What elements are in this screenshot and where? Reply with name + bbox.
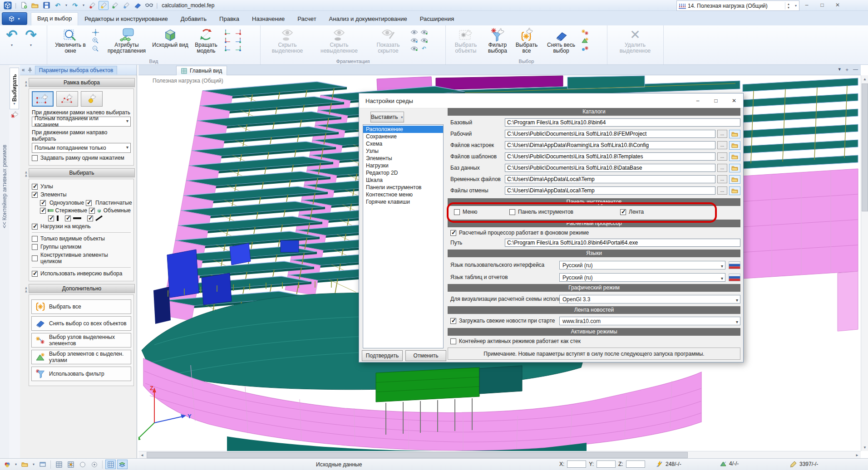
orbit-toggle-button[interactable] bbox=[77, 460, 88, 469]
elements-checkbox[interactable]: Элементы bbox=[32, 191, 131, 198]
redo-button[interactable]: ▾ bbox=[21, 27, 40, 58]
hide-selected-button[interactable]: Скрыть выделенное bbox=[263, 27, 312, 59]
tables-language-select[interactable]: Русский (ru) bbox=[559, 273, 725, 282]
save-button[interactable] bbox=[41, 1, 51, 10]
table-mode-button[interactable] bbox=[105, 460, 116, 469]
frame-right-select[interactable]: Полным попаданием только bbox=[32, 143, 131, 153]
checkbox[interactable] bbox=[620, 209, 626, 215]
main-view-tab[interactable]: Главный вид bbox=[176, 66, 227, 75]
marker-red-icon[interactable] bbox=[87, 1, 97, 10]
redo-dropdown-icon[interactable]: ▾ bbox=[81, 3, 86, 7]
frame-mode-rect-button[interactable] bbox=[32, 91, 54, 107]
filter-selection-button[interactable]: Фильтр выбора bbox=[483, 27, 512, 59]
visible-only-checkbox[interactable]: Только видимые объекты bbox=[32, 235, 131, 242]
catalog-work-input[interactable] bbox=[505, 130, 715, 138]
collapse-section-icon[interactable] bbox=[22, 170, 29, 176]
collapse-panel-icon[interactable] bbox=[22, 67, 25, 73]
solids-checkbox[interactable] bbox=[89, 208, 95, 214]
frame-section-header[interactable]: Рамка выбора bbox=[22, 78, 135, 87]
select-node-icon[interactable] bbox=[581, 45, 589, 52]
single-click-frame-checkbox[interactable]: Задавать рамку одним нажатием bbox=[32, 155, 131, 161]
dialog-close-button[interactable] bbox=[725, 95, 743, 107]
open-folder-button[interactable] bbox=[729, 186, 740, 195]
load-case-selector[interactable]: 14. Полезная нагрузка (Общий) ▲▼ ▾ bbox=[676, 0, 799, 11]
checkbox[interactable] bbox=[32, 155, 38, 161]
panel-nodes-of-selected-button[interactable]: Выбор узлов выделенных элементов bbox=[31, 333, 131, 348]
small-undo-arrow-icon[interactable]: ↶ bbox=[420, 45, 428, 52]
app-logo-icon[interactable] bbox=[3, 1, 13, 10]
catalog-templates-input[interactable] bbox=[505, 152, 715, 161]
eraser-quick-icon[interactable] bbox=[133, 1, 143, 10]
browse-button[interactable]: ... bbox=[717, 164, 727, 172]
view-minus-z-icon[interactable] bbox=[234, 45, 242, 52]
view-minus-y-icon[interactable] bbox=[234, 37, 242, 44]
scroll-right-icon[interactable]: ► bbox=[853, 451, 861, 459]
select-stars-icon[interactable] bbox=[581, 29, 589, 36]
checkbox[interactable] bbox=[509, 209, 515, 215]
open-file-button[interactable] bbox=[30, 1, 40, 10]
collapse-section-icon[interactable] bbox=[22, 80, 29, 85]
catalog-config-input[interactable] bbox=[505, 141, 715, 149]
vertical-scrollbar[interactable]: ▲ ▼ bbox=[861, 75, 868, 451]
horizontal-scrollbar[interactable]: ◄ ► bbox=[138, 451, 861, 459]
open-folder-button[interactable] bbox=[729, 141, 740, 150]
confirm-button[interactable]: Подтвердить bbox=[362, 350, 403, 361]
bar-vertical-checkbox[interactable] bbox=[48, 215, 54, 221]
small-eye-2-icon[interactable] bbox=[420, 29, 428, 36]
hide-unselected-button[interactable]: Скрыть невыделенное bbox=[312, 27, 366, 59]
vertical-scroll-thumb[interactable] bbox=[862, 83, 868, 211]
view-list-icon[interactable]: ▾ bbox=[838, 66, 841, 73]
tab-edit[interactable]: Правка bbox=[213, 13, 246, 25]
menu-checkbox[interactable]: Меню bbox=[454, 209, 477, 215]
panel-elements-of-selected-button[interactable]: Выбор элементов с выделен. узлами bbox=[31, 350, 131, 364]
view-x-icon[interactable] bbox=[224, 29, 232, 36]
browse-button[interactable]: ... bbox=[717, 175, 727, 183]
browse-button[interactable]: ... bbox=[717, 130, 727, 138]
pin-icon[interactable] bbox=[27, 67, 33, 73]
x-coord-field[interactable] bbox=[567, 460, 586, 468]
grid-toggle-button[interactable] bbox=[54, 460, 64, 469]
frame-left-select[interactable]: Полным попаданием или касанием bbox=[32, 117, 131, 127]
nav-item-hotkeys[interactable]: Горячие клавиши bbox=[363, 198, 443, 206]
scroll-left-icon[interactable]: ◄ bbox=[138, 451, 146, 459]
news-url-select[interactable]: www.lira10.com bbox=[559, 317, 740, 325]
open-folder-button[interactable] bbox=[729, 152, 740, 161]
view-attributes-button[interactable]: Атрибуты представления bbox=[101, 27, 152, 59]
marker-yellow-icon[interactable] bbox=[99, 1, 108, 10]
view-y-icon[interactable] bbox=[224, 37, 232, 44]
checkbox[interactable] bbox=[454, 209, 460, 215]
rotate-model-button[interactable]: Вращать модель bbox=[188, 27, 224, 59]
select-section-header[interactable]: Выбирать bbox=[22, 168, 135, 177]
view-minus-x-icon[interactable] bbox=[234, 29, 242, 36]
catalog-database-input[interactable] bbox=[505, 164, 715, 172]
graphics-select[interactable]: OpenGl 3.3 bbox=[559, 295, 740, 304]
bar-horizontal-checkbox[interactable] bbox=[65, 215, 71, 221]
dialog-maximize-button[interactable] bbox=[707, 95, 725, 107]
glasses-icon[interactable] bbox=[144, 1, 154, 10]
solver-background-checkbox[interactable]: Расчетный процессор работает в фоновом р… bbox=[450, 230, 589, 236]
nav-item-scheme[interactable]: Схема bbox=[363, 140, 443, 147]
load-case-dropdown-icon[interactable]: ▾ bbox=[794, 4, 798, 8]
zoom-window-button[interactable]: Увеличить в окне bbox=[49, 27, 91, 59]
close-button[interactable] bbox=[830, 0, 845, 10]
cancel-button[interactable]: Отменить bbox=[405, 350, 446, 361]
dialog-minimize-button[interactable] bbox=[689, 95, 707, 107]
new-window-button[interactable] bbox=[37, 460, 48, 469]
scroll-down-icon[interactable]: ▼ bbox=[861, 444, 868, 451]
checkbox[interactable] bbox=[450, 338, 456, 344]
close-view-icon[interactable]: — bbox=[853, 66, 858, 73]
select-triangle-icon[interactable] bbox=[581, 37, 589, 44]
tab-editors[interactable]: Редакторы и конструирование bbox=[78, 13, 174, 25]
zoom-out-icon[interactable] bbox=[91, 45, 99, 52]
select-mode-icon[interactable] bbox=[10, 111, 18, 118]
snap-toggle-button[interactable] bbox=[65, 460, 76, 469]
open-folder-button[interactable] bbox=[729, 130, 740, 138]
undo-dropdown-icon[interactable]: ▾ bbox=[64, 3, 69, 7]
delete-selected-button[interactable]: ✕ Удалить выделенное bbox=[610, 27, 661, 59]
horizontal-scroll-thumb[interactable] bbox=[147, 452, 688, 458]
marker-blue-icon[interactable] bbox=[121, 1, 131, 10]
nav-item-context-menu[interactable]: Контекстное меню bbox=[363, 191, 443, 198]
catalog-temp-input[interactable] bbox=[505, 175, 715, 183]
tab-analysis[interactable]: Анализ и документирование bbox=[323, 13, 414, 25]
display-settings-caret-icon[interactable]: ▾ bbox=[14, 462, 18, 466]
